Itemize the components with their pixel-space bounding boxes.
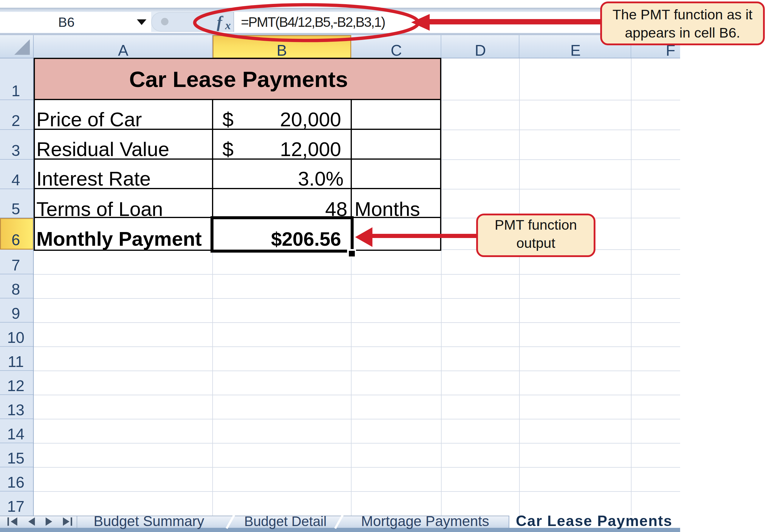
svg-text:$206.56: $206.56 (271, 228, 341, 250)
svg-text:Car Lease Payments: Car Lease Payments (516, 513, 672, 529)
svg-text:12,000: 12,000 (280, 138, 341, 160)
svg-text:13: 13 (7, 401, 24, 419)
svg-text:10: 10 (7, 329, 24, 346)
svg-text:Terms of Loan: Terms of Loan (36, 198, 163, 220)
svg-text:14: 14 (7, 425, 24, 443)
svg-text:3: 3 (12, 142, 20, 159)
svg-text:6: 6 (12, 231, 20, 248)
svg-text:Months: Months (355, 198, 420, 220)
svg-text:Interest Rate: Interest Rate (36, 167, 151, 190)
svg-text:A: A (118, 42, 128, 59)
svg-text:9: 9 (12, 305, 20, 322)
svg-text:Budget Detail: Budget Detail (244, 514, 327, 529)
svg-text:=PMT(B4/12,B5,-B2,B3,1): =PMT(B4/12,B5,-B2,B3,1) (241, 14, 385, 30)
svg-text:$: $ (223, 108, 234, 130)
svg-text:Monthly Payment: Monthly Payment (36, 228, 202, 250)
svg-text:15: 15 (7, 449, 24, 467)
svg-text:Price of Car: Price of Car (36, 108, 142, 130)
svg-text:11: 11 (8, 353, 24, 370)
svg-text:16: 16 (7, 474, 24, 491)
svg-text:4: 4 (12, 171, 20, 189)
svg-text:7: 7 (12, 256, 20, 274)
svg-text:x: x (225, 19, 231, 32)
svg-text:12: 12 (7, 377, 24, 394)
svg-text:20,000: 20,000 (280, 108, 341, 130)
svg-text:Mortgage Payments: Mortgage Payments (361, 513, 489, 529)
svg-text:B6: B6 (58, 15, 74, 30)
svg-text:E: E (570, 42, 581, 59)
svg-text:D: D (475, 42, 486, 59)
svg-text:8: 8 (12, 281, 20, 298)
svg-text:3.0%: 3.0% (298, 167, 344, 190)
svg-text:C: C (391, 42, 402, 59)
svg-text:f: f (217, 13, 224, 31)
svg-text:17: 17 (7, 498, 24, 515)
svg-text:Residual Value: Residual Value (36, 138, 169, 160)
svg-text:Budget Summary: Budget Summary (94, 513, 204, 529)
svg-text:B: B (277, 42, 287, 59)
svg-text:2: 2 (12, 112, 20, 129)
svg-text:5: 5 (12, 200, 20, 217)
svg-text:1: 1 (12, 82, 20, 99)
svg-text:Car Lease Payments: Car Lease Payments (129, 67, 348, 92)
svg-text:$: $ (223, 138, 234, 160)
svg-text:48: 48 (325, 198, 347, 220)
